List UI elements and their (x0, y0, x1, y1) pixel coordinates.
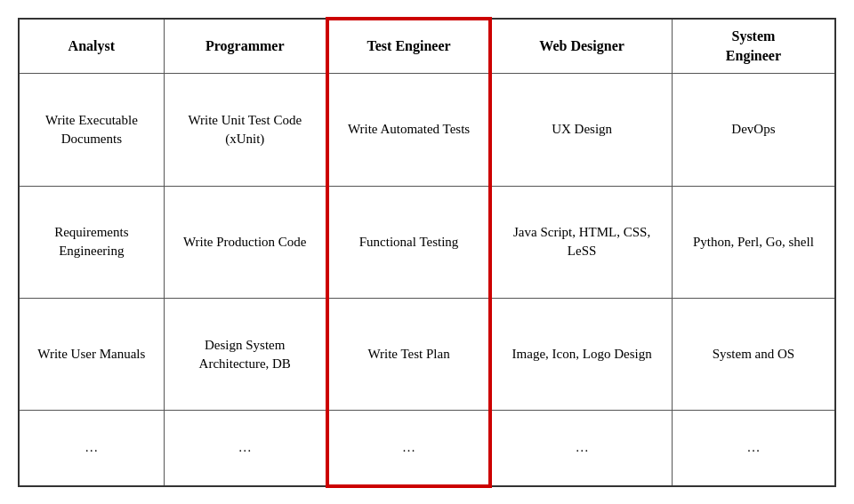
skills-table: Analyst Programmer Test Engineer Web Des… (18, 17, 836, 488)
cell-web-designer-4: … (490, 411, 672, 486)
cell-analyst-1: Write Executable Documents (19, 74, 164, 186)
table-row: … … … … … (19, 411, 835, 486)
cell-test-engineer-3: Write Test Plan (327, 299, 491, 411)
cell-analyst-3: Write User Manuals (19, 299, 164, 411)
table-container: Analyst Programmer Test Engineer Web Des… (18, 17, 836, 488)
header-programmer: Programmer (164, 19, 327, 74)
cell-system-engineer-3: System and OS (672, 299, 835, 411)
cell-system-engineer-4: … (672, 411, 835, 486)
cell-analyst-4: … (19, 411, 164, 486)
cell-programmer-4: … (164, 411, 327, 486)
table-row: Requirements Engineering Write Productio… (19, 186, 835, 298)
cell-system-engineer-1: DevOps (672, 74, 835, 186)
cell-web-designer-2: Java Script, HTML, CSS, LeSS (490, 186, 672, 298)
table-row: Write Executable Documents Write Unit Te… (19, 74, 835, 186)
header-row: Analyst Programmer Test Engineer Web Des… (19, 19, 835, 74)
cell-web-designer-3: Image, Icon, Logo Design (490, 299, 672, 411)
cell-programmer-2: Write Production Code (164, 186, 327, 298)
cell-programmer-1: Write Unit Test Code (xUnit) (164, 74, 327, 186)
cell-web-designer-1: UX Design (490, 74, 672, 186)
cell-analyst-2: Requirements Engineering (19, 186, 164, 298)
header-analyst: Analyst (19, 19, 164, 74)
cell-test-engineer-2: Functional Testing (327, 186, 491, 298)
header-test-engineer: Test Engineer (327, 19, 491, 74)
cell-system-engineer-2: Python, Perl, Go, shell (672, 186, 835, 298)
cell-programmer-3: Design System Architecture, DB (164, 299, 327, 411)
cell-test-engineer-1: Write Automated Tests (327, 74, 491, 186)
table-row: Write User Manuals Design System Archite… (19, 299, 835, 411)
header-web-designer: Web Designer (490, 19, 672, 74)
cell-test-engineer-4: … (327, 411, 491, 486)
header-system-engineer: SystemEngineer (672, 19, 835, 74)
